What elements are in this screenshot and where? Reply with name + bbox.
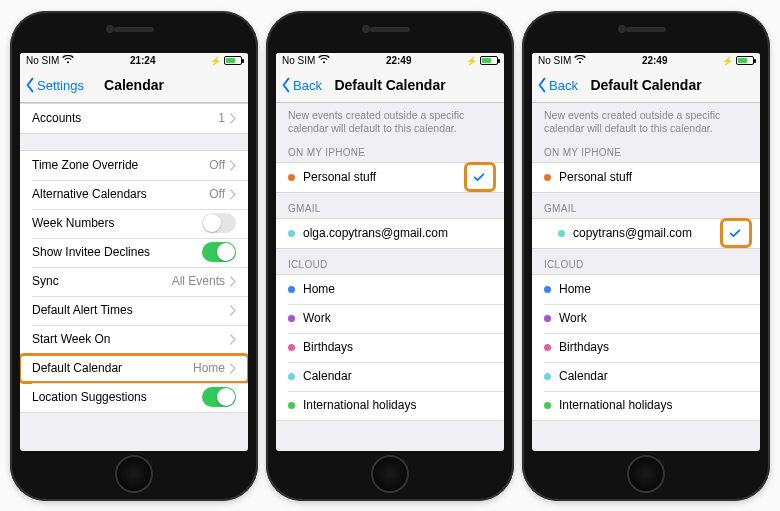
back-button[interactable]: Back xyxy=(280,77,322,93)
calendar-color-dot xyxy=(544,315,551,322)
chevron-right-icon xyxy=(229,305,236,316)
row-label: Show Invitee Declines xyxy=(32,245,202,259)
row-value: Off xyxy=(209,158,225,172)
settings-row[interactable]: Start Week On xyxy=(20,325,248,354)
calendar-color-dot xyxy=(544,286,551,293)
clock: 21:24 xyxy=(74,55,211,66)
calendar-label: Personal stuff xyxy=(303,170,466,184)
calendar-label: International holidays xyxy=(559,398,748,412)
battery-icon xyxy=(224,56,242,65)
calendar-row[interactable]: Birthdays xyxy=(276,333,504,362)
chevron-right-icon xyxy=(229,160,236,171)
carrier-label: No SIM xyxy=(282,55,315,66)
row-label: Default Alert Times xyxy=(32,303,229,317)
carrier-label: No SIM xyxy=(26,55,59,66)
back-button[interactable]: Settings xyxy=(24,77,84,93)
home-button[interactable] xyxy=(627,455,665,493)
calendar-row[interactable]: Calendar xyxy=(276,362,504,391)
settings-row[interactable]: Default Alert Times xyxy=(20,296,248,325)
settings-row[interactable]: Location Suggestions xyxy=(20,383,248,412)
calendar-row[interactable]: Work xyxy=(532,304,760,333)
row-label: Sync xyxy=(32,274,172,288)
calendar-color-dot xyxy=(288,315,295,322)
wifi-icon xyxy=(318,55,330,66)
calendar-color-dot xyxy=(544,402,551,409)
calendar-color-dot xyxy=(544,344,551,351)
nav-bar: Settings Calendar xyxy=(20,69,248,103)
calendar-row[interactable]: Personal stuff xyxy=(276,163,504,192)
battery-icon xyxy=(480,56,498,65)
back-label: Back xyxy=(293,78,322,93)
helper-text: New events created outside a specific ca… xyxy=(276,103,504,137)
back-button[interactable]: Back xyxy=(536,77,578,93)
settings-row[interactable]: Alternative CalendarsOff xyxy=(20,180,248,209)
calendar-color-dot xyxy=(558,230,565,237)
charging-icon: ⚡ xyxy=(210,56,221,66)
calendar-row[interactable]: olga.copytrans@gmail.com xyxy=(276,219,504,248)
calendar-label: Home xyxy=(559,282,748,296)
phone-frame-3: No SIM 22:49 ⚡ Back Default Calendar New… xyxy=(522,11,770,501)
settings-list[interactable]: New events created outside a specific ca… xyxy=(276,103,504,451)
status-bar: No SIM 21:24 ⚡ xyxy=(20,53,248,69)
wifi-icon xyxy=(574,55,586,66)
calendar-row[interactable]: Personal stuff xyxy=(532,163,760,192)
battery-icon xyxy=(736,56,754,65)
calendar-row[interactable]: International holidays xyxy=(276,391,504,420)
calendar-group: olga.copytrans@gmail.com xyxy=(276,218,504,249)
calendar-label: Calendar xyxy=(559,369,748,383)
group-header: ICLOUD xyxy=(276,249,504,274)
calendar-label: Birthdays xyxy=(303,340,492,354)
screen-3: No SIM 22:49 ⚡ Back Default Calendar New… xyxy=(532,53,760,451)
home-button[interactable] xyxy=(371,455,409,493)
settings-row[interactable]: Time Zone OverrideOff xyxy=(20,151,248,180)
calendar-color-dot xyxy=(288,230,295,237)
settings-row[interactable]: SyncAll Events xyxy=(20,267,248,296)
settings-list[interactable]: New events created outside a specific ca… xyxy=(532,103,760,451)
calendar-label: copytrans@gmail.com xyxy=(573,226,722,240)
calendar-row[interactable]: International holidays xyxy=(532,391,760,420)
screen-1: No SIM 21:24 ⚡ Settings Calendar Account… xyxy=(20,53,248,451)
calendar-color-dot xyxy=(288,373,295,380)
group-header: ON MY IPHONE xyxy=(532,137,760,162)
row-label: Accounts xyxy=(32,111,218,125)
calendar-group: HomeWorkBirthdaysCalendarInternational h… xyxy=(532,274,760,421)
settings-row[interactable]: Accounts1 xyxy=(20,104,248,133)
charging-icon: ⚡ xyxy=(466,56,477,66)
calendar-row[interactable]: Home xyxy=(532,275,760,304)
settings-row[interactable]: Show Invitee Declines xyxy=(20,238,248,267)
status-bar: No SIM 22:49 ⚡ xyxy=(532,53,760,69)
chevron-right-icon xyxy=(229,334,236,345)
home-button[interactable] xyxy=(115,455,153,493)
group-header: ICLOUD xyxy=(532,249,760,274)
chevron-right-icon xyxy=(229,276,236,287)
calendar-group: copytrans@gmail.com xyxy=(532,218,760,249)
phone-frame-2: No SIM 22:49 ⚡ Back Default Calendar New… xyxy=(266,11,514,501)
calendar-row[interactable]: copytrans@gmail.com xyxy=(532,219,760,248)
row-value: All Events xyxy=(172,274,225,288)
settings-row[interactable]: Default CalendarHome xyxy=(20,354,248,383)
row-value: Home xyxy=(193,361,225,375)
wifi-icon xyxy=(62,55,74,66)
calendar-row[interactable]: Home xyxy=(276,275,504,304)
checkmark-icon xyxy=(472,170,486,184)
chevron-right-icon xyxy=(229,113,236,124)
calendar-color-dot xyxy=(288,402,295,409)
calendar-color-dot xyxy=(288,344,295,351)
toggle-switch[interactable] xyxy=(202,213,236,233)
calendar-group: Personal stuff xyxy=(532,162,760,193)
calendar-row[interactable]: Work xyxy=(276,304,504,333)
nav-bar: Back Default Calendar xyxy=(276,69,504,103)
calendar-row[interactable]: Birthdays xyxy=(532,333,760,362)
row-label: Alternative Calendars xyxy=(32,187,209,201)
group-header: ON MY IPHONE xyxy=(276,137,504,162)
settings-group: Accounts1 xyxy=(20,103,248,134)
settings-row[interactable]: Week Numbers xyxy=(20,209,248,238)
settings-list[interactable]: Accounts1Time Zone OverrideOffAlternativ… xyxy=(20,103,248,451)
calendar-label: Calendar xyxy=(303,369,492,383)
row-label: Location Suggestions xyxy=(32,390,202,404)
calendar-row[interactable]: Calendar xyxy=(532,362,760,391)
toggle-switch[interactable] xyxy=(202,387,236,407)
checkmark-icon xyxy=(728,226,742,240)
nav-bar: Back Default Calendar xyxy=(532,69,760,103)
toggle-switch[interactable] xyxy=(202,242,236,262)
